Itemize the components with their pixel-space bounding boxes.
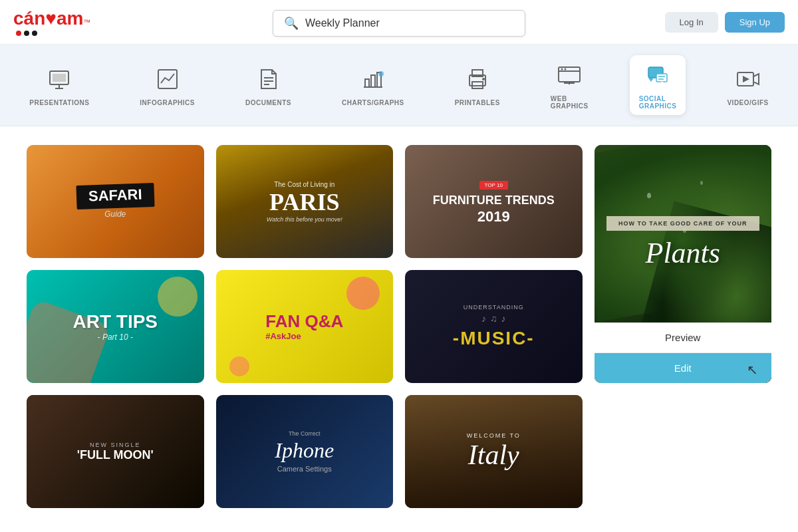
plants-how: HOW TO TAKE GOOD CARE OF YOUR: [606, 216, 759, 231]
svg-marker-28: [753, 74, 759, 84]
safari-title: SAFARI: [88, 186, 142, 205]
iphone-title: Iphone: [275, 440, 334, 461]
fanqa-hashtag: #AskJoe: [265, 331, 343, 341]
svg-rect-8: [365, 79, 369, 87]
plants-popup: Preview Edit: [595, 323, 772, 383]
card-music[interactable]: UNDERSTANDING ♪ ♫ ♪ -MUSIC-: [405, 270, 583, 383]
iphone-small: The Correct: [289, 430, 321, 437]
presentations-icon: [45, 65, 74, 94]
search-wrapper: 🔍: [273, 10, 525, 37]
paris-small: The Cost of Living in: [267, 181, 342, 188]
plants-title: Plants: [595, 236, 772, 270]
svg-point-19: [561, 68, 563, 70]
charts-icon: [358, 65, 388, 94]
logo-text-am: am: [57, 8, 83, 29]
socialgraphics-label: SOCIAL GRAPHICS: [639, 95, 677, 110]
category-webgraphics[interactable]: WEB GRAPHICS: [541, 55, 598, 115]
svg-rect-9: [371, 75, 375, 87]
newsingle-sub: NEW SINGLE: [77, 442, 154, 448]
socialgraphics-icon: [643, 61, 672, 90]
category-bar: PRESENTATIONS INFOGRAPHICS DOCUMENTS: [0, 45, 798, 126]
signup-button[interactable]: Sign Up: [725, 12, 785, 33]
search-input[interactable]: [305, 17, 514, 29]
newsingle-title: 'FULL MOON': [77, 448, 154, 462]
printables-label: PRINTABLES: [455, 99, 500, 106]
category-printables[interactable]: PRINTABLES: [446, 59, 509, 112]
infographics-label: INFOGRAPHICS: [140, 99, 195, 106]
infographics-icon: [153, 65, 182, 94]
category-charts[interactable]: CHARTS/GRAPHS: [332, 59, 414, 112]
videogifs-label: VIDEO/GIFS: [727, 99, 768, 106]
logo-heart-icon: ♥: [45, 8, 57, 29]
card-plants[interactable]: HOW TO TAKE GOOD CARE OF YOUR Plants Pre…: [595, 145, 772, 383]
furniture-inner: TOP 10 FURNITURE TRENDS 2019: [425, 170, 563, 233]
videogifs-icon: [733, 65, 763, 94]
arttips-title: ART TIPS: [72, 311, 158, 332]
card-italy[interactable]: WELCOME TO Italy: [405, 395, 583, 508]
card-iphone[interactable]: The Correct Iphone Camera Settings: [216, 395, 394, 508]
svg-rect-24: [656, 74, 667, 82]
safari-subtitle: Guide: [76, 209, 154, 219]
search-icon: 🔍: [284, 16, 299, 31]
search-box: 🔍: [273, 10, 525, 37]
music-title: -MUSIC-: [453, 328, 535, 349]
svg-marker-29: [743, 76, 749, 82]
logo-dot-1: [16, 31, 21, 36]
webgraphics-label: WEB GRAPHICS: [551, 95, 589, 110]
newsingle-text: NEW SINGLE 'FULL MOON': [77, 442, 154, 462]
charts-label: CHARTS/GRAPHS: [342, 99, 404, 106]
logo-text-can: cán: [13, 8, 45, 29]
music-small: UNDERSTANDING: [453, 304, 535, 311]
svg-point-11: [378, 71, 384, 76]
svg-point-20: [565, 68, 567, 70]
logo: cán ♥ am ™: [13, 8, 90, 36]
card-newsingle[interactable]: NEW SINGLE 'FULL MOON': [27, 395, 204, 508]
category-documents[interactable]: DOCUMENTS: [236, 59, 301, 112]
paris-big: PARIS: [267, 188, 342, 216]
category-infographics[interactable]: INFOGRAPHICS: [130, 59, 204, 112]
italy-title: Italy: [467, 439, 521, 471]
main-content: SAFARI Guide The Cost of Living in PARIS…: [0, 126, 798, 527]
printables-icon: [463, 65, 492, 94]
card-fanqa[interactable]: FAN Q&A #AskJoe: [216, 270, 394, 383]
card-paris[interactable]: The Cost of Living in PARIS Watch this b…: [216, 145, 394, 258]
card-arttips[interactable]: ART TIPS - Part 10 -: [27, 270, 204, 383]
svg-point-16: [482, 78, 485, 80]
paris-inner: The Cost of Living in PARIS Watch this b…: [259, 173, 350, 231]
presentations-label: PRESENTATIONS: [29, 99, 89, 106]
card-furniture[interactable]: TOP 10 FURNITURE TRENDS 2019: [405, 145, 583, 258]
arttips-sub: - Part 10 -: [72, 332, 158, 342]
card-safari[interactable]: SAFARI Guide: [27, 145, 204, 258]
category-presentations[interactable]: PRESENTATIONS: [20, 59, 98, 112]
logo-dot-3: [32, 31, 37, 36]
logo-dot-2: [24, 31, 29, 36]
webgraphics-icon: [555, 61, 584, 90]
documents-label: DOCUMENTS: [245, 99, 291, 106]
safari-brush: SAFARI: [76, 183, 154, 209]
category-videogifs[interactable]: VIDEO/GIFS: [718, 59, 777, 112]
preview-button[interactable]: Preview: [595, 323, 772, 353]
arttips-text: ART TIPS - Part 10 -: [72, 311, 158, 342]
header: cán ♥ am ™ 🔍 Log In Sign Up: [0, 0, 798, 45]
cursor: ↖: [747, 362, 758, 378]
login-button[interactable]: Log In: [665, 12, 718, 33]
documents-icon: [253, 65, 283, 94]
svg-rect-3: [53, 74, 66, 82]
safari-text: SAFARI Guide: [76, 184, 154, 219]
furniture-year: 2019: [433, 208, 555, 225]
edit-button[interactable]: Edit: [595, 353, 772, 383]
iphone-sub: Camera Settings: [277, 465, 332, 473]
header-right: Log In Sign Up: [665, 12, 785, 33]
fanqa-inner: FAN Q&A #AskJoe: [255, 301, 354, 352]
music-inner: UNDERSTANDING ♪ ♫ ♪ -MUSIC-: [445, 296, 543, 357]
category-socialgraphics[interactable]: SOCIAL GRAPHICS: [630, 55, 686, 115]
furniture-badge: TOP 10: [479, 181, 508, 190]
fanqa-title: FAN Q&A: [265, 312, 343, 331]
italy-text: WELCOME TO Italy: [467, 432, 521, 471]
logo-tm: ™: [83, 18, 90, 26]
italy-welcome: WELCOME TO: [467, 432, 521, 439]
paris-link: Watch this before you move!: [267, 216, 342, 223]
furniture-title: FURNITURE TRENDS: [433, 194, 555, 208]
